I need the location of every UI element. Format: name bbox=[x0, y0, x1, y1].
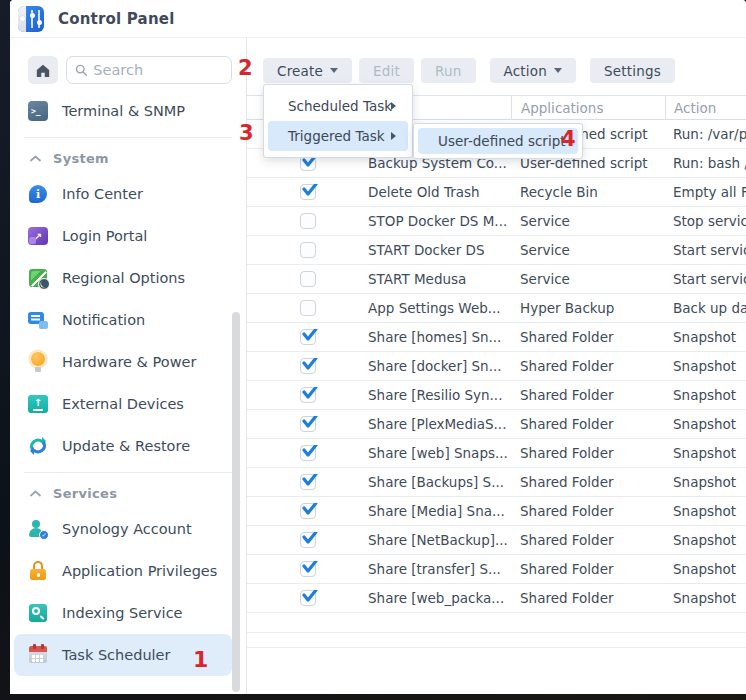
sidebar-item-external-devices[interactable]: ↑ External Devices bbox=[14, 383, 232, 425]
table-row[interactable]: Share [PlexMediaS... Shared Folder Snaps… bbox=[247, 410, 746, 439]
table-row[interactable]: Share [Backups] S... Shared Folder Snaps… bbox=[247, 468, 746, 497]
regional-options-icon bbox=[29, 269, 47, 287]
menu-item-scheduled-task[interactable]: Scheduled Task bbox=[268, 91, 408, 121]
annotation-step-1: 1 bbox=[193, 649, 208, 671]
task-name: Share [homes] Sn... bbox=[368, 329, 511, 345]
table-row[interactable]: Share [homes] Sn... Shared Folder Snapsh… bbox=[247, 323, 746, 352]
sidebar-item-notification[interactable]: Notification bbox=[14, 299, 232, 341]
table-row[interactable]: STOP Docker DS M... Service Stop servic bbox=[247, 207, 746, 236]
task-enabled-checkbox[interactable] bbox=[300, 184, 316, 200]
task-action: Snapshot bbox=[665, 445, 746, 461]
account-icon: ✓ bbox=[28, 519, 48, 539]
table-row[interactable]: Share [docker] Sn... Shared Folder Snaps… bbox=[247, 352, 746, 381]
submenu-arrow-icon bbox=[391, 102, 396, 110]
task-application: Shared Folder bbox=[511, 503, 665, 519]
table-row[interactable]: App Settings Web... Hyper Backup Back up… bbox=[247, 294, 746, 323]
calendar-icon bbox=[28, 645, 48, 665]
task-enabled-checkbox[interactable] bbox=[300, 474, 316, 490]
table-row[interactable]: Share [Resilio Syn... Shared Folder Snap… bbox=[247, 381, 746, 410]
task-application: Shared Folder bbox=[511, 474, 665, 490]
menu-item-triggered-task[interactable]: Triggered Task bbox=[268, 121, 408, 151]
action-button[interactable]: Action bbox=[490, 58, 576, 83]
task-enabled-checkbox[interactable] bbox=[300, 387, 316, 403]
task-enabled-checkbox[interactable] bbox=[300, 329, 316, 345]
task-action: Snapshot bbox=[665, 532, 746, 548]
search-input[interactable] bbox=[93, 62, 223, 78]
task-application: Shared Folder bbox=[511, 358, 665, 374]
table-row[interactable]: START Medusa Service Start servic bbox=[247, 265, 746, 294]
task-enabled-checkbox[interactable] bbox=[300, 561, 316, 577]
table-row[interactable]: Share [web_packa... Shared Folder Snapsh… bbox=[247, 584, 746, 613]
create-button[interactable]: Create bbox=[263, 58, 352, 83]
task-application: Shared Folder bbox=[511, 416, 665, 432]
task-enabled-checkbox[interactable] bbox=[300, 300, 316, 316]
column-action[interactable]: Action bbox=[665, 96, 746, 119]
task-enabled-checkbox[interactable] bbox=[300, 503, 316, 519]
table-row[interactable]: Share [web] Snaps... Shared Folder Snaps… bbox=[247, 439, 746, 468]
task-enabled-checkbox[interactable] bbox=[300, 445, 316, 461]
column-applications[interactable]: Applications bbox=[511, 96, 665, 119]
lightbulb-icon bbox=[28, 352, 48, 372]
task-enabled-checkbox[interactable] bbox=[300, 358, 316, 374]
task-action: Snapshot bbox=[665, 329, 746, 345]
titlebar: Control Panel bbox=[10, 0, 746, 38]
menu-item-user-defined-script[interactable]: User-defined script bbox=[418, 128, 578, 154]
section-services[interactable]: Services bbox=[10, 478, 246, 508]
task-name: Delete Old Trash bbox=[368, 184, 511, 200]
search-box[interactable] bbox=[66, 56, 232, 84]
sidebar-item-info-center[interactable]: i Info Center bbox=[14, 173, 232, 215]
task-action: Snapshot bbox=[665, 590, 746, 606]
task-action: Snapshot bbox=[665, 503, 746, 519]
sidebar-item-synology-account[interactable]: ✓ Synology Account bbox=[14, 508, 232, 550]
run-button[interactable]: Run bbox=[421, 58, 476, 83]
notification-icon bbox=[28, 310, 48, 330]
task-action: Snapshot bbox=[665, 416, 746, 432]
task-enabled-checkbox[interactable] bbox=[300, 416, 316, 432]
task-enabled-checkbox[interactable] bbox=[300, 590, 316, 606]
task-application: Service bbox=[511, 271, 665, 287]
table-row[interactable]: Share [Media] Sna... Shared Folder Snaps… bbox=[247, 497, 746, 526]
sidebar-scrollbar[interactable] bbox=[232, 312, 240, 692]
table-row[interactable]: Delete Old Trash Recycle Bin Empty all R bbox=[247, 178, 746, 207]
sidebar-item-login-portal[interactable]: ↗ Login Portal bbox=[14, 215, 232, 257]
home-icon bbox=[35, 63, 51, 78]
sidebar-item-application-privileges[interactable]: Application Privileges bbox=[14, 550, 232, 592]
check-icon bbox=[301, 387, 319, 401]
sidebar: >_ Terminal & SNMP System i Info Center … bbox=[10, 38, 247, 694]
check-icon bbox=[301, 184, 319, 198]
task-enabled-checkbox[interactable] bbox=[300, 271, 316, 287]
sidebar-item-indexing-service[interactable]: Indexing Service bbox=[14, 592, 232, 634]
task-enabled-checkbox[interactable] bbox=[300, 532, 316, 548]
sidebar-item-hardware-power[interactable]: Hardware & Power bbox=[14, 341, 232, 383]
table-row[interactable]: Share [NetBackup]... Shared Folder Snaps… bbox=[247, 526, 746, 555]
task-name: Share [NetBackup]... bbox=[368, 532, 511, 548]
task-name: Share [Backups] S... bbox=[368, 474, 511, 490]
task-enabled-checkbox[interactable] bbox=[300, 242, 316, 258]
edit-button[interactable]: Edit bbox=[359, 58, 414, 83]
task-application: Recycle Bin bbox=[511, 184, 665, 200]
section-system[interactable]: System bbox=[10, 143, 246, 173]
create-dropdown-menu: Scheduled Task Triggered Task bbox=[263, 84, 413, 158]
task-table: Applications Action User-defined script … bbox=[247, 95, 746, 648]
table-row[interactable]: Share [transfer] S... Shared Folder Snap… bbox=[247, 555, 746, 584]
caret-down-icon bbox=[330, 68, 338, 73]
sidebar-item-update-restore[interactable]: Update & Restore bbox=[14, 425, 232, 467]
settings-button[interactable]: Settings bbox=[590, 58, 675, 83]
task-action: Snapshot bbox=[665, 387, 746, 403]
check-icon bbox=[301, 358, 319, 372]
task-name: START Docker DS bbox=[368, 242, 511, 258]
task-name: Share [PlexMediaS... bbox=[368, 416, 511, 432]
check-icon bbox=[301, 445, 319, 459]
table-row[interactable]: START Docker DS Service Start servic bbox=[247, 236, 746, 265]
task-name: Share [Resilio Syn... bbox=[368, 387, 511, 403]
sidebar-item-regional-options[interactable]: Regional Options bbox=[14, 257, 232, 299]
task-enabled-checkbox[interactable] bbox=[300, 213, 316, 229]
check-icon bbox=[301, 474, 319, 488]
sidebar-item-terminal-snmp[interactable]: >_ Terminal & SNMP bbox=[14, 90, 232, 132]
home-button[interactable] bbox=[28, 56, 58, 84]
task-application: Shared Folder bbox=[511, 445, 665, 461]
divider bbox=[24, 472, 232, 473]
external-device-icon: ↑ bbox=[28, 395, 48, 413]
table-body: User-defined script Run: /var/p Backup S… bbox=[247, 120, 746, 613]
task-action: Snapshot bbox=[665, 474, 746, 490]
